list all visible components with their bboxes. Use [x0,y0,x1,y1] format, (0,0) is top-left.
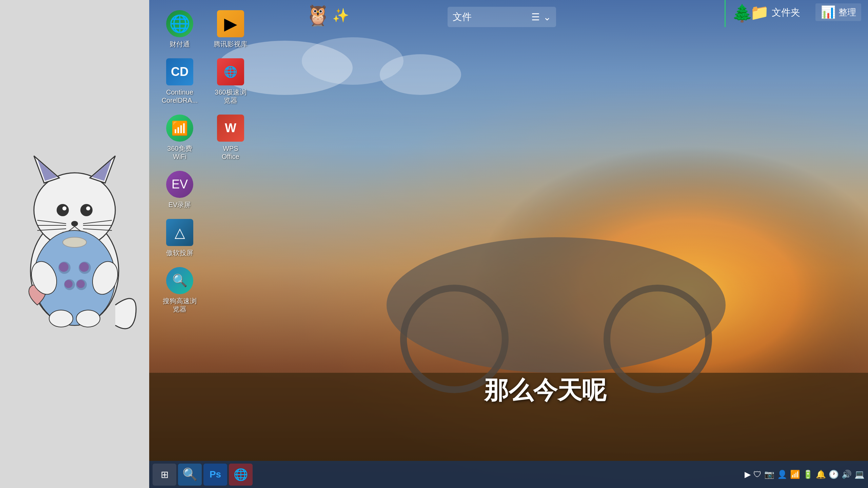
svg-point-7 [80,204,93,216]
aomei-icon-image: △ [166,219,193,246]
organize-icon: 📊 [821,5,836,19]
sogou-icon-image: 🔍 [166,267,193,294]
taskbar-ps-icon: Ps [210,469,221,480]
coreldraw-label: Continue CorelDRA... [162,88,198,104]
icon-row-6: 🔍 搜狗高速浏览器 [163,267,248,313]
shield-icon[interactable]: 🛡 [753,470,762,479]
svg-point-29 [49,310,73,327]
organize-label: 整理 [839,6,856,18]
caifutong-icon-image: 🌐 [166,10,193,37]
notification-icon[interactable]: 🔔 [816,470,826,479]
play-icon[interactable]: ▶ [745,470,751,479]
svg-point-30 [76,310,100,327]
icon-row-3: 📶 360免费WiFi W WPS Office [163,115,248,161]
list-view-icon[interactable]: ☰ [531,12,540,23]
svg-point-26 [63,237,86,247]
icon-row-2: CD Continue CorelDRA... 🌐 360极速浏览器 [163,58,248,104]
folder-shortcut[interactable]: 📁 文件夹 [750,3,800,21]
svg-point-25 [77,280,85,288]
coreldraw-icon-image: CD [166,58,193,85]
cat-drawing [10,125,139,363]
file-bar-text: 文件 [453,11,525,23]
svg-point-22 [59,262,68,272]
owl-icon[interactable]: 🦉 [305,3,331,27]
green-divider [725,0,726,27]
tree-icon: 🌲 [732,3,753,23]
sogou-label: 搜狗高速浏览器 [163,297,197,313]
360browser-label: 360极速浏览器 [214,88,248,104]
desktop: 🦉 ✨ 文件 ☰ ⌄ 🌲 📁 文件夹 📊 整理 🌐 财付通 ▶ 腾 [149,0,868,488]
caifutong-label: 财付通 [170,40,190,48]
network-icon[interactable]: 📶 [790,470,800,479]
taskbar-photoshop[interactable]: Ps [203,464,227,486]
icon-row-4: EV EV录屏 [163,171,248,209]
file-bar[interactable]: 文件 ☰ ⌄ [448,7,556,27]
icon-tengxun-video[interactable]: ▶ 腾讯影视库 [214,10,248,48]
taskbar: ⊞ 🔍 Ps 🌐 ▶ 🛡 📷 👤 📶 🔋 🔔 🕐 🔊 💻 [149,461,868,488]
icon-360browser[interactable]: 🌐 360极速浏览器 [214,58,248,104]
wps-label: WPS Office [214,144,248,161]
svg-point-39 [380,54,461,95]
taskbar-360browser[interactable]: 🌐 [229,464,253,486]
camera-icon[interactable]: 📷 [764,470,774,479]
wps-icon-image: W [217,115,244,142]
folder-label: 文件夹 [772,6,800,19]
tengxun-label: 腾讯影视库 [214,40,248,48]
icon-row-5: △ 傲软投屏 [163,219,248,257]
owl-area: 🦉 ✨ [305,3,349,27]
clock-icon[interactable]: 🕐 [829,470,839,479]
organize-button[interactable]: 📊 整理 [815,3,861,21]
svg-point-8 [62,206,66,210]
svg-point-24 [64,280,73,288]
folder-icon: 📁 [750,3,769,21]
taskbar-sogou-icon: 🔍 [182,467,198,482]
360browser-icon-image: 🌐 [217,58,244,85]
svg-point-10 [71,221,78,226]
motorcycle-silhouette [149,0,868,488]
taskbar-sogou[interactable]: 🔍 [178,464,202,486]
icon-aomei[interactable]: △ 傲软投屏 [163,219,197,257]
icon-coreldraw[interactable]: CD Continue CorelDRA... [163,58,197,104]
ev-icon-image: EV [166,171,193,198]
tengxun-icon-image: ▶ [217,10,244,37]
monitor-icon[interactable]: 💻 [854,470,865,479]
icon-wps[interactable]: W WPS Office [214,115,248,161]
user-icon[interactable]: 👤 [777,470,787,479]
file-bar-icons: ☰ ⌄ [531,12,551,23]
360wifi-icon-image: 📶 [166,115,193,142]
sound-icon[interactable]: 🔊 [842,470,852,479]
360wifi-label: 360免费WiFi [163,144,197,161]
battery-icon[interactable]: 🔋 [803,470,813,479]
icon-sogou[interactable]: 🔍 搜狗高速浏览器 [163,267,197,313]
icon-360wifi[interactable]: 📶 360免费WiFi [163,115,197,161]
system-tray: ▶ 🛡 📷 👤 📶 🔋 🔔 🕐 🔊 💻 [745,470,865,479]
svg-point-34 [387,237,726,373]
left-panel [0,0,149,488]
svg-point-6 [57,204,69,216]
taskbar-start[interactable]: ⊞ [153,464,176,486]
icon-ev[interactable]: EV EV录屏 [163,171,197,209]
svg-point-9 [86,206,90,210]
icon-caifutong[interactable]: 🌐 财付通 [163,10,197,48]
svg-point-23 [79,262,89,272]
dropdown-icon[interactable]: ⌄ [543,12,551,23]
icon-row-1: 🌐 财付通 ▶ 腾讯影视库 [163,10,248,48]
ev-label: EV录屏 [169,201,191,209]
subtitle-text: 那么今天呢 [484,374,606,407]
desktop-icons: 🌐 财付通 ▶ 腾讯影视库 CD Continue CorelDRA... 🌐 … [159,7,251,317]
taskbar-360-icon: 🌐 [234,468,248,481]
aomei-label: 傲软投屏 [166,249,193,257]
